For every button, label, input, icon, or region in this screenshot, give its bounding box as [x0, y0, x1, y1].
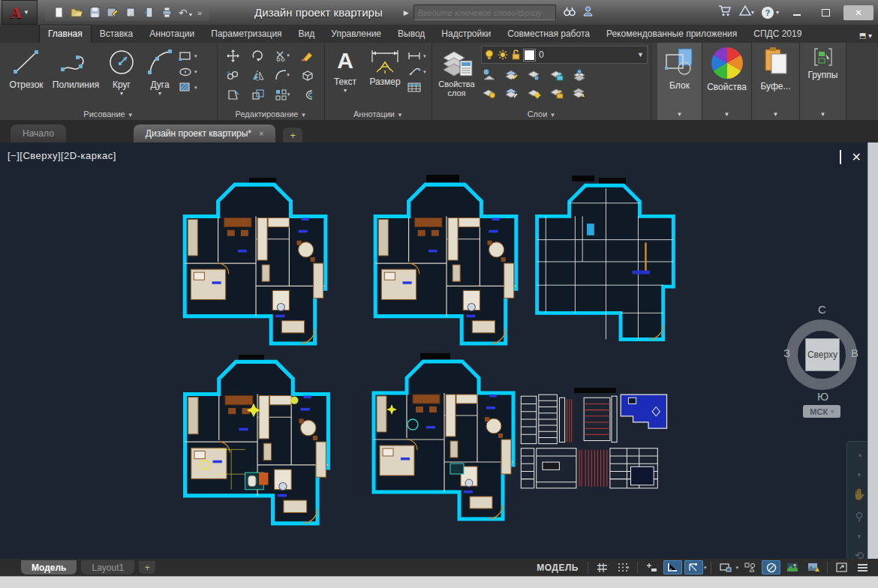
isodraft-toggle[interactable] — [741, 560, 759, 574]
autodesk-app-icon[interactable]: ▾ — [739, 5, 754, 20]
ribbon-tab-output[interactable]: Вывод — [389, 26, 433, 43]
offset-button[interactable] — [299, 88, 316, 101]
search-expand-icon[interactable]: ▶ — [404, 9, 409, 16]
customization-menu[interactable] — [853, 560, 872, 574]
circle-dropdown-icon[interactable]: ▼ — [119, 91, 125, 96]
scale-button[interactable] — [250, 88, 266, 101]
text-button[interactable]: A Текст ▼ — [326, 44, 364, 108]
layer-freeze-button[interactable] — [526, 68, 543, 82]
polar-dropdown-icon[interactable]: ▾ — [704, 565, 707, 571]
ribbon-collapse-icon[interactable]: ⬒ ▾ — [859, 32, 872, 43]
viewcube-top-face[interactable]: Сверху — [805, 338, 840, 371]
annotation-panel-label[interactable]: Аннотации ▼ — [325, 110, 431, 118]
draw-panel-label[interactable]: Рисование ▼ — [0, 110, 217, 118]
undo-icon[interactable]: ↶ ▾ — [179, 7, 192, 19]
viewport-controls-label[interactable]: [−][Сверху][2D-каркас] — [8, 150, 116, 161]
floor-plan-4[interactable] — [170, 351, 342, 528]
help-icon[interactable]: ? — [762, 7, 774, 19]
navbar-dropdown-icon[interactable]: ▾ — [858, 471, 861, 478]
ribbon-tab-manage[interactable]: Управление — [323, 26, 389, 43]
panel-properties[interactable]: Свойства ▼ — [702, 43, 752, 120]
layer-unlock-all-button[interactable] — [549, 86, 565, 100]
ribbon-tab-spds[interactable]: СПДС 2019 — [745, 26, 810, 43]
orbit-icon[interactable]: ⟲ — [855, 549, 864, 559]
annotation-scale-toggle[interactable] — [716, 560, 735, 574]
explode-button[interactable] — [299, 68, 316, 82]
help-menu[interactable]: ? ▾ — [762, 7, 779, 19]
floor-plan-2[interactable] — [362, 174, 528, 348]
viewcube[interactable]: Сверху — [786, 320, 857, 390]
model-tab[interactable]: Модель — [21, 560, 77, 574]
open-folder-icon[interactable] — [71, 7, 83, 18]
layer-dropdown-arrow-icon[interactable]: ▼ — [637, 51, 644, 58]
floor-plan-5[interactable] — [359, 351, 527, 524]
ribbon-tab-parametric[interactable]: Параметризация — [203, 26, 290, 43]
minimize-button[interactable] — [786, 5, 807, 20]
dynamic-input-toggle[interactable] — [642, 560, 661, 574]
move-button[interactable] — [225, 49, 242, 62]
ortho-toggle[interactable] — [663, 560, 682, 574]
furniture-elevations[interactable] — [519, 388, 673, 492]
sign-in-icon[interactable] — [583, 6, 593, 19]
app-store-cart-icon[interactable] — [718, 5, 732, 20]
layout1-tab[interactable]: Layout1 — [81, 560, 134, 574]
layer-freeze-all-button[interactable] — [526, 86, 543, 100]
erase-button[interactable] — [299, 49, 316, 62]
arc-dropdown-icon[interactable]: ▼ — [158, 91, 163, 96]
copy-button[interactable]: o — [225, 68, 242, 82]
graphics-performance-toggle[interactable] — [783, 560, 801, 574]
layer-properties-button[interactable]: Свойстваслоя — [435, 46, 478, 108]
line-button[interactable]: Отрезок — [3, 44, 50, 108]
properties-panel-expand-icon[interactable]: ▼ — [724, 111, 730, 118]
array-button[interactable]: ▾ — [275, 88, 291, 101]
wcs-button[interactable]: МСК▾ — [803, 405, 840, 418]
more-tools-chevron[interactable]: » — [197, 8, 202, 17]
app-menu-button[interactable]: A ▼ — [2, 0, 38, 25]
ribbon-tab-annotate[interactable]: Аннотации — [141, 26, 203, 43]
clean-screen-toggle[interactable] — [832, 560, 851, 574]
save-icon[interactable] — [89, 7, 101, 18]
zoom-extents-icon[interactable]: ⚲ — [855, 510, 864, 524]
floor-plan-1[interactable] — [171, 174, 338, 348]
new-drawing-tab-button[interactable]: + — [283, 128, 302, 142]
save-as-icon[interactable] — [107, 7, 119, 18]
dimension-button[interactable]: Размер — [364, 44, 406, 108]
model-space-canvas[interactable]: [−][Сверху][2D-каркас] ✕ — [0, 142, 878, 559]
ribbon-tab-featured-apps[interactable]: Рекомендованные приложения — [598, 26, 745, 43]
ribbon-tab-insert[interactable]: Вставка — [92, 26, 142, 43]
print-icon[interactable] — [161, 7, 173, 18]
tab-drawing[interactable]: Дизайн проект квартиры* × — [134, 124, 276, 142]
viewcube-east[interactable]: В — [851, 346, 858, 359]
model-space-label[interactable]: МОДЕЛЬ — [537, 562, 579, 573]
rectangle-button[interactable]: ▾ — [179, 50, 197, 62]
hatch-button[interactable]: ▾ — [179, 82, 197, 93]
floor-plan-3-structural[interactable] — [524, 170, 685, 350]
plot-icon[interactable] — [125, 7, 137, 18]
modify-panel-label[interactable]: Редактирование ▼ — [218, 110, 324, 118]
pan-hand-icon[interactable]: ✋ — [852, 488, 867, 501]
block-panel-expand-icon[interactable]: ▼ — [677, 111, 683, 118]
groups-panel-expand-icon[interactable]: ▼ — [820, 111, 826, 118]
ribbon-tab-home[interactable]: Главная — [39, 25, 92, 43]
object-snap-toggle[interactable] — [762, 560, 780, 574]
new-layout-button[interactable]: + — [139, 561, 155, 574]
new-file-icon[interactable] — [53, 7, 65, 18]
search-input[interactable] — [413, 4, 556, 20]
layer-unisolate-button[interactable] — [504, 86, 520, 100]
zoom-dropdown-icon[interactable]: ▾ — [858, 532, 861, 540]
close-button[interactable]: ✕ — [843, 5, 873, 20]
search-binoculars-icon[interactable] — [564, 7, 576, 19]
layer-match-button[interactable] — [504, 68, 520, 82]
tab-close-icon[interactable]: × — [259, 129, 263, 138]
layer-lock-button[interactable] — [549, 68, 565, 82]
viewcube-north[interactable]: С — [818, 303, 826, 316]
ellipse-button[interactable]: ▾ — [179, 66, 197, 77]
layers-panel-label[interactable]: Слои ▼ — [432, 110, 651, 118]
layer-off-button[interactable] — [481, 68, 498, 82]
linear-dim-button[interactable]: ▾ — [407, 50, 426, 62]
snap-toggle[interactable]: ▾ — [614, 560, 633, 574]
panel-groups[interactable]: Группы ▼ — [800, 43, 846, 120]
layer-dropdown[interactable]: 0 ▼ — [481, 46, 648, 64]
viewcube-south[interactable]: Ю — [817, 390, 828, 403]
layer-current-button[interactable] — [571, 68, 588, 82]
